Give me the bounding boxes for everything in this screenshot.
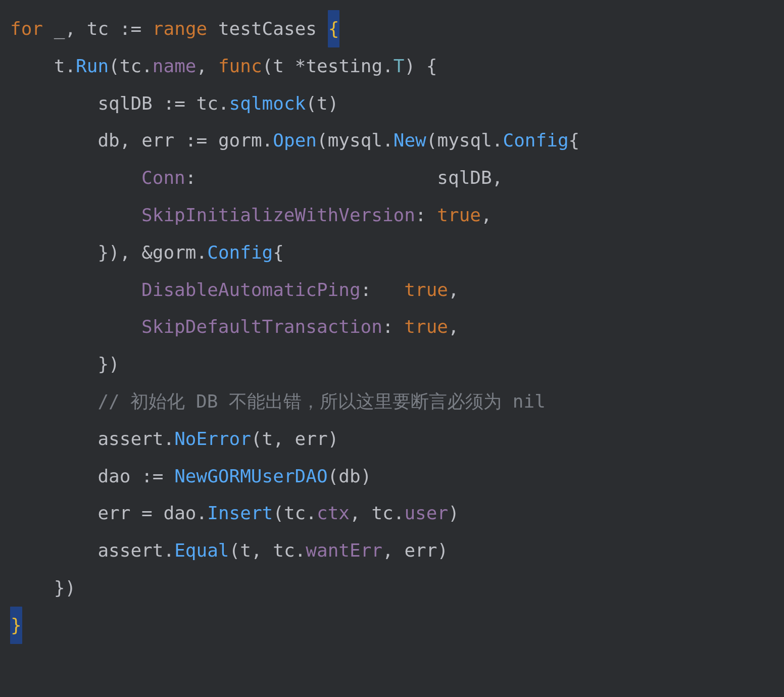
method-run: Run (76, 56, 109, 76)
keyword-range: range (153, 18, 207, 39)
matched-brace-close: } (10, 607, 22, 644)
code-line: dao := NewGORMUserDAO(db) (10, 466, 371, 486)
code-editor[interactable]: for _, tc := range testCases { t.Run(tc.… (0, 0, 784, 654)
code-line: assert.Equal(t, tc.wantErr, err) (10, 540, 448, 561)
code-line: for _, tc := range testCases { (10, 18, 339, 39)
matched-brace-open: { (328, 10, 340, 47)
code-line: db, err := gorm.Open(mysql.New(mysql.Con… (10, 130, 579, 151)
code-line: DisableAutomaticPing: true, (10, 279, 459, 300)
ident-tc: tc (87, 18, 109, 39)
code-line: t.Run(tc.name, func(t *testing.T) { (10, 56, 437, 76)
ident-testCases: testCases (218, 18, 317, 39)
code-line: sqlDB := tc.sqlmock(t) (10, 93, 338, 114)
code-line: } (10, 615, 22, 635)
keyword-func: func (218, 56, 262, 76)
code-line: err = dao.Insert(tc.ctx, tc.user) (10, 503, 459, 523)
code-line: }) (10, 577, 76, 598)
code-line: }), &gorm.Config{ (10, 242, 284, 263)
comment: // 初始化 DB 不能出错，所以这里要断言必须为 nil (97, 391, 545, 412)
blank-ident: _ (54, 18, 65, 39)
keyword-for: for (10, 18, 43, 39)
code-line: SkipInitializeWithVersion: true, (10, 205, 492, 225)
code-line: SkipDefaultTransaction: true, (10, 316, 459, 337)
keyword-true: true (437, 205, 481, 225)
code-line: Conn: sqlDB, (10, 167, 503, 188)
code-line: assert.NoError(t, err) (10, 428, 338, 449)
type-T: T (394, 56, 405, 76)
code-line: // 初始化 DB 不能出错，所以这里要断言必须为 nil (10, 391, 546, 412)
code-line: }) (10, 354, 120, 374)
